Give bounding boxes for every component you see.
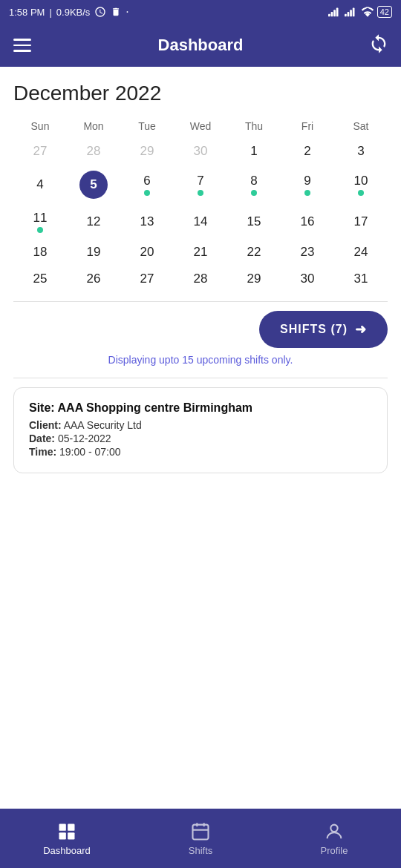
profile-nav-icon [324, 821, 345, 842]
calendar-day[interactable]: 20 [120, 239, 174, 266]
calendar-day[interactable]: 28 [67, 138, 120, 165]
shift-dot [144, 190, 150, 196]
nav-item-profile[interactable]: Profile [304, 821, 364, 856]
status-right: 42 [328, 6, 392, 18]
nav-item-shifts[interactable]: Shifts [171, 821, 230, 856]
calendar-grid: SunMonTueWedThuFriSat 272829301234567891… [13, 117, 388, 292]
shifts-note: Displaying upto 15 upcoming shifts only. [13, 354, 388, 366]
shift-client-value: AAA Security Ltd [64, 419, 142, 431]
calendar-day[interactable]: 19 [67, 239, 120, 266]
battery-indicator: 42 [377, 6, 392, 18]
svg-rect-5 [347, 12, 349, 16]
shift-site-name: Site: AAA Shopping centre Birmingham [29, 401, 372, 415]
shift-dot [251, 190, 257, 196]
calendar-day[interactable]: 23 [281, 239, 334, 266]
svg-rect-3 [336, 8, 339, 17]
main-content: December 2022 SunMonTueWedThuFriSat 2728… [0, 67, 401, 809]
nav-item-dashboard[interactable]: Dashboard [37, 821, 97, 856]
shift-client-label: Client: [29, 419, 62, 431]
calendar-month-title: December 2022 [13, 82, 388, 105]
status-left: 1:58 PM | 0.9KB/s · [9, 5, 129, 19]
status-speed: 0.9KB/s [56, 7, 91, 18]
svg-rect-8 [59, 823, 66, 830]
calendar-day-header: Sat [334, 117, 388, 138]
calendar-day-header: Mon [67, 117, 120, 138]
calendar-day-header: Fri [281, 117, 334, 138]
shift-dot [304, 190, 310, 196]
shift-time-label: Time: [29, 446, 56, 458]
calendar-day[interactable]: 5 [67, 165, 120, 205]
calendar-day[interactable]: 22 [227, 239, 281, 266]
status-dot: · [125, 5, 128, 19]
calendar-day[interactable]: 30 [281, 266, 334, 292]
calendar-day[interactable]: 24 [334, 239, 388, 266]
calendar-day[interactable]: 29 [227, 266, 281, 292]
calendar-day-header: Wed [174, 117, 227, 138]
calendar-day[interactable]: 9 [281, 165, 334, 205]
calendar-day[interactable]: 14 [174, 205, 227, 239]
status-time: 1:58 PM [9, 7, 45, 18]
calendar-day[interactable]: 21 [174, 239, 227, 266]
shift-date-value: 05-12-2022 [58, 433, 111, 444]
calendar-day[interactable]: 13 [120, 205, 174, 239]
calendar-day[interactable]: 16 [281, 205, 334, 239]
shifts-button[interactable]: SHIFTS (7) ➜ [259, 311, 388, 348]
calendar-day[interactable]: 25 [13, 266, 67, 292]
shifts-row: SHIFTS (7) ➜ [13, 311, 388, 348]
trash-icon [111, 7, 121, 17]
calendar-day[interactable]: 11 [13, 205, 67, 239]
calendar-day[interactable]: 27 [120, 266, 174, 292]
shift-date-label: Date: [29, 433, 55, 444]
svg-rect-4 [345, 14, 347, 17]
calendar-day[interactable]: 8 [227, 165, 281, 205]
shift-client-row: Client: AAA Security Ltd [29, 419, 372, 431]
svg-rect-2 [333, 10, 336, 16]
battery-level: 42 [380, 7, 389, 16]
shifts-nav-icon [190, 821, 211, 842]
calendar-day[interactable]: 27 [13, 138, 67, 165]
shifts-divider [13, 378, 388, 378]
shift-date-row: Date: 05-12-2022 [29, 433, 372, 444]
shifts-button-label: SHIFTS (7) [280, 323, 348, 336]
nav-label-profile: Profile [321, 845, 348, 856]
calendar-day[interactable]: 29 [120, 138, 174, 165]
shift-time-row: Time: 19:00 - 07:00 [29, 446, 372, 458]
calendar-day[interactable]: 2 [281, 138, 334, 165]
calendar-day[interactable]: 31 [334, 266, 388, 292]
calendar-day[interactable]: 28 [174, 266, 227, 292]
calendar-day-header: Sun [13, 117, 67, 138]
dashboard-icon [56, 821, 77, 842]
calendar-day[interactable]: 6 [120, 165, 174, 205]
calendar-day-header: Thu [227, 117, 281, 138]
svg-point-16 [330, 824, 337, 831]
calendar-day[interactable]: 7 [174, 165, 227, 205]
bottom-nav: Dashboard Shifts Profile [0, 809, 401, 868]
calendar-day[interactable]: 26 [67, 266, 120, 292]
calendar-day-header: Tue [120, 117, 174, 138]
status-network: | [49, 7, 51, 18]
calendar-day[interactable]: 4 [13, 165, 67, 205]
calendar-day[interactable]: 18 [13, 239, 67, 266]
nav-label-dashboard: Dashboard [43, 845, 91, 856]
refresh-button[interactable] [368, 33, 389, 57]
alarm-icon [94, 6, 106, 18]
svg-rect-11 [68, 832, 74, 839]
calendar-day[interactable]: 12 [67, 205, 120, 239]
calendar-day[interactable]: 15 [227, 205, 281, 239]
hamburger-menu[interactable] [12, 35, 33, 56]
svg-rect-9 [68, 823, 74, 830]
header-title: Dashboard [158, 36, 244, 55]
shift-dot [198, 190, 203, 196]
calendar-day[interactable]: 1 [227, 138, 281, 165]
shift-dot [37, 227, 43, 233]
calendar-day[interactable]: 3 [334, 138, 388, 165]
calendar-day[interactable]: 10 [334, 165, 388, 205]
shift-time-value: 19:00 - 07:00 [59, 446, 121, 458]
calendar-day[interactable]: 17 [334, 205, 388, 239]
shift-dot [358, 190, 364, 196]
shifts-button-arrow: ➜ [355, 321, 367, 338]
calendar-divider [13, 301, 388, 302]
signal-icon-2 [345, 7, 358, 17]
svg-rect-0 [328, 14, 330, 17]
calendar-day[interactable]: 30 [174, 138, 227, 165]
